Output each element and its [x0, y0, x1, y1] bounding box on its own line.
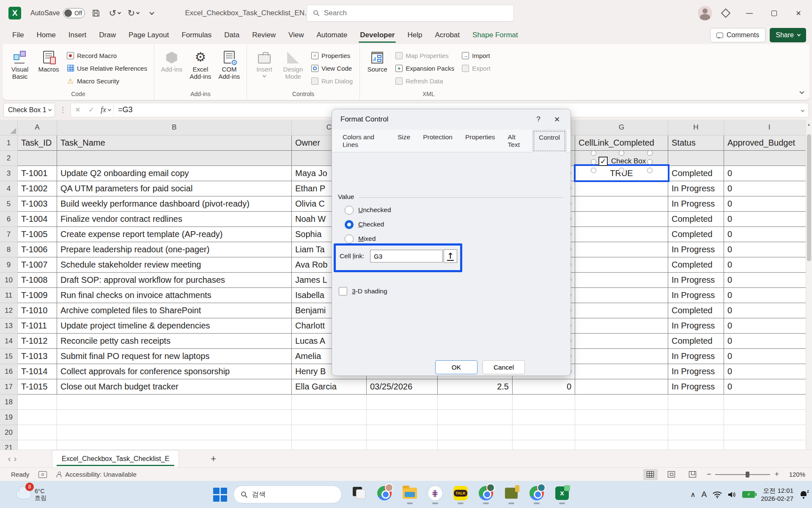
cell-G6[interactable] [575, 212, 668, 227]
visual-basic-button[interactable]: Visual Basic [7, 47, 33, 89]
restore-button[interactable] [764, 3, 784, 23]
cell-H7[interactable]: Completed [668, 227, 724, 242]
cell-B11[interactable]: Run final checks on invoice attachments [57, 288, 292, 303]
chrome-profile-3-icon[interactable] [528, 484, 546, 505]
cell-A7[interactable]: T-1005 [18, 227, 57, 242]
tab-review[interactable]: Review [246, 28, 282, 43]
selection-handle[interactable] [591, 168, 596, 173]
radio-mixed[interactable]: Mixed [345, 234, 391, 244]
normal-view-button[interactable] [643, 469, 658, 480]
row-header-17[interactable]: 17 [0, 379, 18, 395]
cell-I10[interactable]: 0 [724, 273, 806, 288]
dialog-close-button[interactable]: ✕ [548, 112, 566, 127]
cell-G12[interactable] [575, 303, 668, 318]
cell-I15[interactable]: 0 [724, 349, 806, 364]
cell-H20[interactable] [668, 425, 724, 440]
checkbox-checked-icon[interactable]: ✓ [598, 157, 608, 166]
cell-A8[interactable]: T-1006 [18, 242, 57, 257]
next-sheet-button[interactable]: › [6, 454, 25, 464]
tab-home[interactable]: Home [30, 28, 62, 43]
cell-B19[interactable] [57, 410, 292, 425]
row-header-16[interactable]: 16 [0, 364, 18, 379]
sheet-tab-active[interactable]: Excel_Checkbox_Task_Checklist_E [52, 450, 179, 467]
kakaotalk-icon[interactable]: TALK [452, 484, 469, 505]
cell-A17[interactable]: T-1015 [18, 379, 57, 395]
cell-I4[interactable]: 0 [724, 181, 806, 196]
dialog-tab-properties[interactable]: Properties [459, 130, 502, 152]
column-header-G[interactable]: G [575, 120, 668, 135]
cell-A16[interactable]: T-1014 [18, 364, 57, 379]
row-header-8[interactable]: 8 [0, 242, 18, 257]
tab-formulas[interactable]: Formulas [175, 28, 218, 43]
cell-A1[interactable]: Task_ID [18, 135, 57, 151]
cell-I16[interactable]: 0 [724, 364, 806, 379]
cell-C18[interactable] [292, 395, 367, 410]
cell-B6[interactable]: Finalize vendor contract redlines [57, 212, 292, 227]
cell-G15[interactable] [575, 349, 668, 364]
cell-A21[interactable] [18, 440, 57, 450]
zoom-in-button[interactable]: + [774, 470, 779, 479]
cell-B13[interactable]: Update project timeline & dependencies [57, 318, 292, 334]
cell-B8[interactable]: Prepare leadership readout (one-pager) [57, 242, 292, 257]
cell-H5[interactable]: In Progress [668, 196, 724, 212]
cell-H3[interactable]: Completed [668, 166, 724, 181]
column-header-I[interactable]: I [724, 120, 806, 135]
cell-B7[interactable]: Create expense report template (AP-ready… [57, 227, 292, 242]
cell-I2[interactable] [724, 151, 806, 166]
redo-button[interactable]: ↻ [126, 6, 141, 20]
cell-A12[interactable]: T-1010 [18, 303, 57, 318]
tab-draw[interactable]: Draw [93, 28, 122, 43]
zoom-slider[interactable] [715, 474, 770, 475]
slack-icon[interactable] [426, 484, 444, 505]
cell-B9[interactable]: Schedule stakeholder review meeting [57, 257, 292, 273]
macro-record-icon[interactable] [38, 471, 47, 478]
record-macro-button[interactable]: Record Macro [64, 50, 150, 61]
dialog-title-bar[interactable]: Format Control ? ✕ [332, 109, 571, 130]
cell-G19[interactable] [575, 410, 668, 425]
cell-H16[interactable]: In Progress [668, 364, 724, 379]
cell-A9[interactable]: T-1007 [18, 257, 57, 273]
cell-I21[interactable] [724, 440, 806, 450]
cell-B4[interactable]: QA UTM parameters for paid social [57, 181, 292, 196]
cell-B17[interactable]: Close out March budget tracker [57, 379, 292, 395]
vertical-scrollbar-thumb[interactable] [807, 134, 811, 261]
row-header-14[interactable]: 14 [0, 334, 18, 349]
cell-A15[interactable]: T-1013 [18, 349, 57, 364]
tab-acrobat[interactable]: Acrobat [428, 28, 466, 43]
cell-D18[interactable] [367, 395, 438, 410]
cell-I1[interactable]: Approved_Budget [724, 135, 806, 151]
dialog-tab-size[interactable]: Size [391, 130, 417, 152]
cell-H6[interactable]: Completed [668, 212, 724, 227]
radio-mixed-icon[interactable] [345, 235, 354, 243]
row-header-15[interactable]: 15 [0, 349, 18, 364]
cell-B5[interactable]: Build weekly performance dashboard (pivo… [57, 196, 292, 212]
redo-dropdown-icon[interactable] [136, 11, 140, 14]
cell-D21[interactable] [367, 440, 438, 450]
cell-G17[interactable] [575, 379, 668, 395]
selection-handle[interactable] [619, 150, 624, 156]
cell-A13[interactable]: T-1011 [18, 318, 57, 334]
source-button[interactable]: Source [364, 47, 390, 89]
cell-E20[interactable] [438, 425, 513, 440]
row-header-12[interactable]: 12 [0, 303, 18, 318]
name-box[interactable]: Check Box 1 [3, 103, 55, 117]
cell-G14[interactable] [575, 334, 668, 349]
cell-A6[interactable]: T-1004 [18, 212, 57, 227]
hidden-icons-button[interactable]: ∧ [690, 490, 695, 499]
cell-H12[interactable]: Completed [668, 303, 724, 318]
cell-I18[interactable] [724, 395, 806, 410]
taskbar-search[interactable]: 검색 [233, 486, 342, 503]
use-relative-references-button[interactable]: Use Relative References [64, 63, 150, 74]
cell-I3[interactable]: 0 [724, 166, 806, 181]
embedded-checkbox-control[interactable]: ✓ Check Box [593, 153, 650, 171]
cell-E18[interactable] [438, 395, 513, 410]
row-header-11[interactable]: 11 [0, 288, 18, 303]
copilot-icon[interactable] [721, 8, 731, 18]
cell-G8[interactable] [575, 242, 668, 257]
cell-A20[interactable] [18, 425, 57, 440]
cell-F21[interactable] [513, 440, 575, 450]
shading-checkbox[interactable] [339, 287, 347, 295]
cell-H17[interactable]: In Progress [668, 379, 724, 395]
cell-H10[interactable]: In Progress [668, 273, 724, 288]
row-header-19[interactable]: 19 [0, 410, 18, 425]
